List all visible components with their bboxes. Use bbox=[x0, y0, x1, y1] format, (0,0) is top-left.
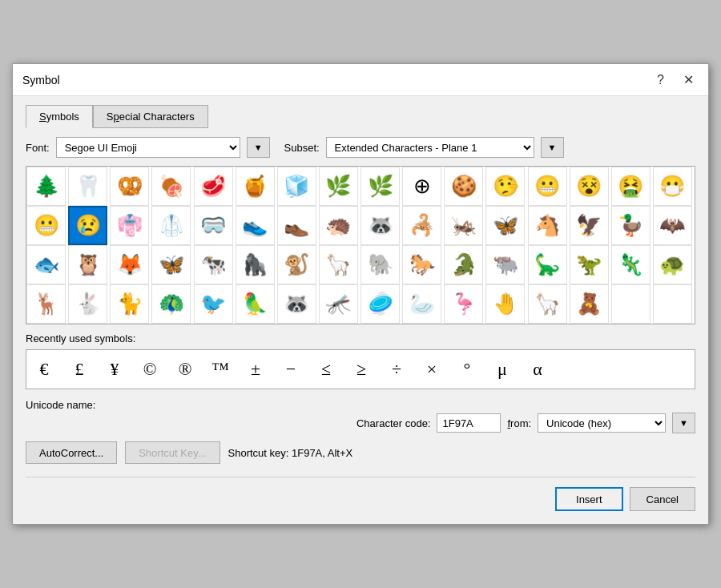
recent-char[interactable]: © bbox=[139, 359, 161, 380]
symbol-cell[interactable]: 🍯 bbox=[236, 167, 275, 206]
symbol-cell[interactable]: 🦉 bbox=[68, 245, 107, 284]
symbol-grid: 🌲🦷🥨🍖🥩🍯🧊🌿🌿⊕🍪🤥😬😵🤮😷😬😢👘🥼🥽👟👞🦔🦝🦂🦗🦋🐴🦅🦆🦇🐟🦉🦊🦋🐄🦍🐒🦙… bbox=[26, 167, 695, 324]
symbol-cell[interactable]: 🦚 bbox=[151, 284, 191, 324]
symbol-cell[interactable]: 🦜 bbox=[236, 284, 275, 324]
symbol-cell[interactable]: 🦢 bbox=[402, 284, 441, 324]
symbol-cell[interactable]: 🐴 bbox=[528, 206, 567, 245]
recent-char[interactable]: α bbox=[526, 359, 549, 380]
symbol-cell[interactable]: ⊕ bbox=[402, 167, 441, 206]
symbol-cell[interactable]: 👞 bbox=[277, 206, 316, 245]
recent-char[interactable]: ® bbox=[174, 359, 196, 380]
symbol-cell[interactable]: 🦎 bbox=[611, 245, 651, 284]
symbol-cell[interactable]: 🦖 bbox=[570, 245, 609, 284]
recent-char[interactable]: μ bbox=[491, 359, 514, 380]
symbol-cell[interactable]: 🦙 bbox=[319, 245, 358, 284]
symbol-cell[interactable]: 😷 bbox=[653, 167, 692, 206]
symbol-cell[interactable]: 🍪 bbox=[444, 167, 483, 206]
symbol-cell[interactable]: 🐦 bbox=[194, 284, 233, 324]
symbol-cell[interactable]: 🧊 bbox=[277, 167, 316, 206]
symbol-cell[interactable]: 🤮 bbox=[611, 167, 651, 206]
help-button[interactable]: ? bbox=[652, 71, 669, 89]
symbol-cell[interactable]: 😬 bbox=[26, 206, 66, 245]
symbol-cell[interactable]: 😢 bbox=[68, 206, 107, 245]
symbol-cell[interactable]: 🦷 bbox=[68, 167, 107, 206]
symbol-cell[interactable]: 🦌 bbox=[26, 284, 66, 324]
font-select[interactable]: Segoe UI Emoji bbox=[56, 137, 240, 158]
recent-char[interactable]: ± bbox=[244, 359, 267, 380]
symbol-cell[interactable]: 🥏 bbox=[360, 284, 400, 324]
symbol-cell[interactable] bbox=[611, 284, 651, 324]
tab-symbols-label: Symbols bbox=[39, 111, 79, 123]
symbol-cell[interactable]: 🍖 bbox=[151, 167, 191, 206]
recent-char[interactable]: € bbox=[33, 359, 55, 380]
symbol-cell[interactable]: 👟 bbox=[236, 206, 275, 245]
symbol-cell[interactable]: 🐢 bbox=[653, 245, 692, 284]
symbol-cell[interactable]: 🦍 bbox=[236, 245, 275, 284]
symbol-cell[interactable]: 🐘 bbox=[360, 245, 400, 284]
symbol-cell[interactable]: 🐒 bbox=[277, 245, 316, 284]
subset-dropdown-btn[interactable]: ▼ bbox=[541, 137, 564, 158]
symbol-cell[interactable]: 🤚 bbox=[485, 284, 525, 324]
symbol-cell[interactable]: 🦆 bbox=[611, 206, 651, 245]
symbol-cell[interactable]: 😵 bbox=[570, 167, 609, 206]
cancel-button[interactable]: Cancel bbox=[630, 487, 695, 511]
tab-symbols[interactable]: Symbols bbox=[26, 105, 93, 128]
symbol-cell[interactable] bbox=[653, 284, 692, 324]
char-code-row: Character code: 1F97A from: Unicode (hex… bbox=[26, 413, 695, 433]
symbol-cell[interactable]: 🦗 bbox=[444, 206, 483, 245]
symbol-cell[interactable]: 🐊 bbox=[444, 245, 483, 284]
symbol-cell[interactable]: 🦔 bbox=[319, 206, 358, 245]
close-button[interactable]: ✕ bbox=[679, 70, 699, 89]
recent-char[interactable]: × bbox=[421, 359, 443, 380]
symbol-cell[interactable]: 👘 bbox=[110, 206, 149, 245]
symbol-cell[interactable]: 🦕 bbox=[528, 245, 567, 284]
symbol-cell[interactable]: 🐄 bbox=[194, 245, 233, 284]
recent-char[interactable]: ™ bbox=[209, 359, 232, 380]
subset-select[interactable]: Extended Characters - Plane 1 bbox=[326, 137, 534, 158]
font-dropdown-btn[interactable]: ▼ bbox=[247, 137, 270, 158]
symbol-cell[interactable]: 🦋 bbox=[485, 206, 525, 245]
symbol-cell[interactable]: 🐇 bbox=[68, 284, 107, 324]
symbol-cell[interactable]: 🐟 bbox=[26, 245, 66, 284]
symbol-cell[interactable]: 🦋 bbox=[151, 245, 191, 284]
from-select[interactable]: Unicode (hex) bbox=[538, 413, 666, 433]
dialog-title: Symbol bbox=[22, 74, 60, 87]
symbol-cell[interactable]: 🌿 bbox=[319, 167, 358, 206]
recent-char[interactable]: ÷ bbox=[385, 359, 408, 380]
symbol-cell[interactable]: 🦝 bbox=[360, 206, 400, 245]
tab-special-characters[interactable]: Special Characters bbox=[93, 105, 208, 128]
recent-char[interactable]: − bbox=[280, 359, 302, 380]
recent-char[interactable]: ° bbox=[456, 359, 478, 380]
symbol-cell[interactable]: 🦅 bbox=[570, 206, 609, 245]
shortcut-key-button[interactable]: Shortcut Key... bbox=[125, 441, 220, 464]
symbol-cell[interactable]: 🥽 bbox=[194, 206, 233, 245]
char-code-input[interactable]: 1F97A bbox=[437, 413, 501, 433]
autocorrect-button[interactable]: AutoCorrect... bbox=[26, 441, 117, 464]
recent-char[interactable]: ≥ bbox=[350, 359, 373, 380]
symbol-cell[interactable]: 🐃 bbox=[485, 245, 525, 284]
symbol-cell[interactable]: 🐈 bbox=[110, 284, 149, 324]
symbol-cell[interactable]: 🥼 bbox=[151, 206, 191, 245]
symbol-cell[interactable]: 🐎 bbox=[402, 245, 441, 284]
symbol-cell[interactable]: 🌿 bbox=[360, 167, 400, 206]
symbol-cell[interactable]: 🥨 bbox=[110, 167, 149, 206]
symbol-cell[interactable]: 🌲 bbox=[26, 167, 66, 206]
from-dropdown-btn[interactable]: ▼ bbox=[672, 413, 695, 433]
subset-label: Subset: bbox=[284, 142, 320, 154]
symbol-cell[interactable]: 🤥 bbox=[485, 167, 525, 206]
symbol-cell[interactable]: 🦟 bbox=[319, 284, 358, 324]
symbol-cell[interactable]: 🦝 bbox=[277, 284, 316, 324]
recent-char[interactable]: £ bbox=[68, 359, 91, 380]
symbol-cell[interactable]: 🦩 bbox=[444, 284, 483, 324]
dialog-content: Symbols Special Characters Font: Segoe U… bbox=[13, 96, 708, 524]
symbol-cell[interactable]: 🦂 bbox=[402, 206, 441, 245]
symbol-cell[interactable]: 😬 bbox=[528, 167, 567, 206]
symbol-cell[interactable]: 🥩 bbox=[194, 167, 233, 206]
insert-button[interactable]: Insert bbox=[555, 487, 623, 511]
symbol-cell[interactable]: 🦊 bbox=[110, 245, 149, 284]
symbol-cell[interactable]: 🦇 bbox=[653, 206, 692, 245]
symbol-cell[interactable]: 🧸 bbox=[570, 284, 609, 324]
recent-char[interactable]: ≤ bbox=[315, 359, 337, 380]
recent-char[interactable]: ¥ bbox=[103, 359, 126, 380]
symbol-cell[interactable]: 🦙 bbox=[528, 284, 567, 324]
